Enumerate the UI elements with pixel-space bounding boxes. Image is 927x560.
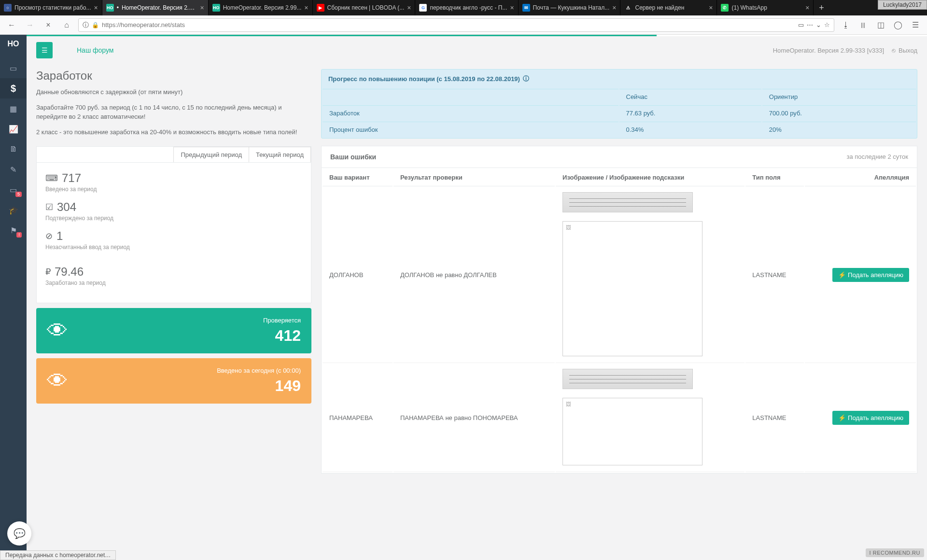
- progress-box: Прогресс по повышению позиции (с 15.08.2…: [321, 69, 917, 139]
- sidebar-item-alerts[interactable]: ⚑!: [0, 220, 27, 240]
- favicon-icon: ✆: [721, 4, 729, 12]
- browser-tab[interactable]: ○ Просмотр статистики рабо... ×: [0, 0, 102, 15]
- favicon-icon: ✉: [522, 4, 530, 12]
- url-input[interactable]: [102, 21, 795, 28]
- page-desc-2: Заработайте 700 руб. за период (с 1 по 1…: [36, 103, 311, 122]
- page-desc-1: Данные обновляются с задержкой (от пяти …: [36, 87, 311, 97]
- browser-tab[interactable]: ▶ Сборник песен | LOBODA (... ×: [313, 0, 416, 15]
- stat-earned-label: Заработано за период: [45, 280, 302, 286]
- check-icon: ☑: [45, 202, 53, 212]
- row-errors-target: 20%: [762, 122, 916, 137]
- browser-tab[interactable]: HO HomeOperator. Версия 2.99... ×: [209, 0, 313, 15]
- tab-title: Сервер не найден: [635, 4, 706, 11]
- back-button[interactable]: ←: [5, 18, 18, 32]
- progress-title: Прогресс по повышению позиции (с 15.08.2…: [328, 75, 520, 83]
- tab-previous-period[interactable]: Предыдущий период: [173, 147, 249, 162]
- source-image[interactable]: [562, 398, 702, 465]
- close-icon[interactable]: ×: [304, 4, 308, 12]
- info-icon[interactable]: ⓘ: [523, 74, 529, 83]
- browser-tab[interactable]: ✆ (1) WhatsApp ×: [717, 0, 814, 15]
- favicon-icon: HO: [106, 4, 114, 12]
- dollar-icon: $: [11, 83, 16, 94]
- info-icon[interactable]: ⓘ: [83, 21, 89, 29]
- close-icon[interactable]: ×: [709, 4, 713, 12]
- home-button[interactable]: ⌂: [60, 18, 73, 32]
- logout-button[interactable]: ⎋ Выход: [892, 47, 917, 54]
- pocket-icon[interactable]: ⌄: [816, 21, 821, 28]
- stat-uncounted-value: 1: [56, 229, 63, 243]
- version-label: HomeOperator. Версия 2.99-333 [v333]: [773, 47, 884, 54]
- sidebar-icon[interactable]: ◫: [874, 18, 887, 32]
- more-icon[interactable]: ⋯: [807, 21, 813, 28]
- menu-icon[interactable]: ☰: [909, 18, 922, 32]
- card-icon: ▭: [10, 64, 17, 73]
- row-earnings-now: 77.63 руб.: [619, 105, 761, 121]
- col-result: Результат проверки: [393, 169, 555, 186]
- col-image: Изображение / Изображение подсказки: [556, 169, 744, 186]
- stop-button[interactable]: ×: [42, 18, 55, 32]
- close-icon[interactable]: ×: [94, 4, 98, 12]
- graduation-icon: 🎓: [9, 206, 18, 215]
- favicon-icon: ▶: [317, 4, 324, 12]
- close-icon[interactable]: ×: [510, 4, 514, 12]
- col-type: Тип поля: [745, 169, 804, 186]
- tab-current-period[interactable]: Текущий период: [249, 147, 311, 162]
- grid-icon: ▦: [10, 104, 17, 113]
- page-title: Заработок: [36, 69, 311, 83]
- chat-widget-button[interactable]: 💬: [7, 521, 31, 546]
- favicon-icon: HO: [212, 4, 220, 12]
- flag-icon: ⚑: [10, 226, 17, 235]
- close-icon[interactable]: ×: [612, 4, 616, 12]
- address-bar[interactable]: ⓘ 🔒 ▭ ⋯ ⌄ ☆: [78, 18, 834, 32]
- forward-button[interactable]: →: [23, 18, 37, 32]
- downloads-icon[interactable]: ⭳: [839, 18, 853, 32]
- eye-icon: 👁: [47, 319, 263, 343]
- library-icon[interactable]: ⫼: [857, 18, 870, 32]
- appeal-label: Подать апелляцию: [848, 414, 903, 421]
- ban-icon: ⊘: [45, 231, 53, 241]
- sidebar-item-grid[interactable]: ▦: [0, 98, 27, 119]
- cell-image: [556, 187, 744, 363]
- logout-icon: ⎋: [892, 47, 896, 54]
- sidebar-item-inbox[interactable]: ▭5: [0, 180, 27, 200]
- stat-entered-label: Введено за период: [45, 186, 302, 193]
- close-icon[interactable]: ×: [805, 4, 809, 12]
- col-now: Сейчас: [619, 89, 761, 104]
- menu-toggle-button[interactable]: ☰: [36, 42, 53, 58]
- col-variant: Ваш вариант: [323, 169, 393, 186]
- browser-toolbar: ← → × ⌂ ⓘ 🔒 ▭ ⋯ ⌄ ☆ ⭳ ⫼ ◫ ◯ ☰: [0, 15, 927, 35]
- reader-icon[interactable]: ▭: [798, 21, 804, 28]
- stat-confirmed-label: Подтверждено за период: [45, 215, 302, 222]
- sidebar-item-earnings[interactable]: $: [0, 78, 27, 98]
- table-row: ПАНАМАРЕВА ПАНАМАРЕВА не равно ПОНОМАРЕВ…: [323, 364, 916, 472]
- browser-tab-active[interactable]: HO • HomeOperator. Версия 2.99... ×: [102, 0, 209, 15]
- forum-link[interactable]: Наш форум: [77, 46, 113, 54]
- sidebar-item-chart[interactable]: 📈: [0, 119, 27, 139]
- browser-tab[interactable]: ✉ Почта — Кукушкина Натал... ×: [519, 0, 621, 15]
- hint-image: [562, 192, 693, 212]
- favicon-icon: G: [419, 4, 427, 12]
- sidebar-item-dashboard[interactable]: ▭: [0, 58, 27, 78]
- card-today-label: Введено за сегодня (с 00:00): [217, 367, 301, 374]
- close-icon[interactable]: ×: [407, 4, 411, 12]
- card-checking-label: Проверяется: [263, 317, 301, 324]
- cell-variant: ПАНАМАРЕВА: [323, 364, 393, 472]
- col-appeal: Апелляция: [805, 169, 916, 186]
- account-icon[interactable]: ◯: [891, 18, 905, 32]
- source-image[interactable]: [562, 221, 702, 356]
- browser-tab[interactable]: ⚠ Сервер не найден ×: [620, 0, 717, 15]
- sidebar-item-education[interactable]: 🎓: [0, 200, 27, 220]
- app-sidebar: HO ▭ $ ▦ 📈 🗎 ✎ ▭5 🎓 ⚑!: [0, 35, 27, 560]
- appeal-button[interactable]: ⚡ Подать апелляцию: [832, 411, 909, 425]
- star-icon[interactable]: ☆: [824, 21, 830, 28]
- browser-tab[interactable]: G переводчик англо -русс - П... ×: [415, 0, 518, 15]
- new-tab-button[interactable]: +: [814, 0, 829, 15]
- sidebar-item-edit[interactable]: ✎: [0, 159, 27, 180]
- appeal-button[interactable]: ⚡ Подать апелляцию: [832, 268, 909, 282]
- close-icon[interactable]: ×: [200, 4, 204, 12]
- favicon-icon: ○: [4, 4, 12, 12]
- badge: 5: [15, 192, 22, 197]
- sidebar-item-doc[interactable]: 🗎: [0, 139, 27, 159]
- table-row: ДОЛГАНОВ ДОЛГАНОВ не равно ДОЛГАЛЕВ LAST…: [323, 187, 916, 363]
- col-target: Ориентир: [762, 89, 916, 104]
